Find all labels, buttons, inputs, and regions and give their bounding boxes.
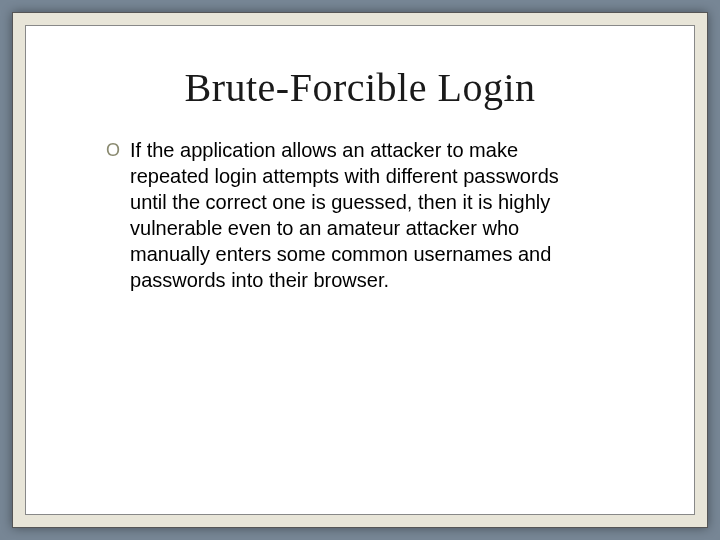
bullet-text: If the application allows an attacker to… [130,137,570,293]
bullet-item: O If the application allows an attacker … [86,137,634,293]
slide-outer-frame: Brute-Forcible Login O If the applicatio… [12,12,708,528]
slide-title: Brute-Forcible Login [86,64,634,111]
bullet-marker-icon: O [106,137,120,163]
slide-content: Brute-Forcible Login O If the applicatio… [25,25,695,515]
